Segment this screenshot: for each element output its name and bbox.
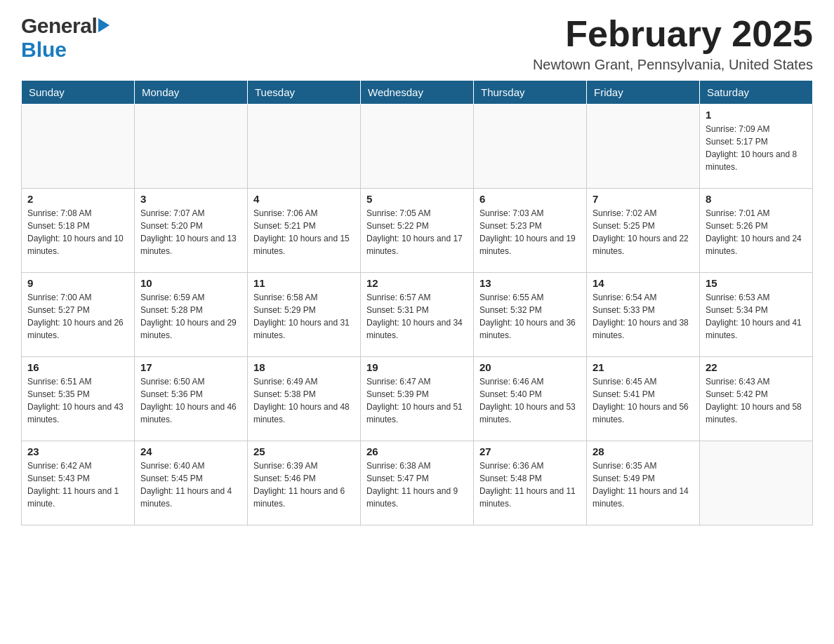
calendar-cell: 25Sunrise: 6:39 AMSunset: 5:46 PMDayligh… — [248, 441, 361, 525]
calendar-cell: 24Sunrise: 6:40 AMSunset: 5:45 PMDayligh… — [135, 441, 248, 525]
calendar-week-row: 16Sunrise: 6:51 AMSunset: 5:35 PMDayligh… — [22, 357, 813, 441]
day-number: 7 — [593, 193, 694, 205]
calendar-cell: 17Sunrise: 6:50 AMSunset: 5:36 PMDayligh… — [135, 357, 248, 441]
calendar-cell: 11Sunrise: 6:58 AMSunset: 5:29 PMDayligh… — [248, 273, 361, 357]
logo: General Blue — [21, 14, 110, 62]
day-info: Sunrise: 7:07 AMSunset: 5:20 PMDaylight:… — [140, 207, 241, 257]
day-info: Sunrise: 6:36 AMSunset: 5:48 PMDaylight:… — [479, 459, 581, 510]
day-number: 3 — [140, 193, 241, 205]
calendar-cell — [248, 105, 361, 189]
col-saturday: Saturday — [700, 81, 813, 105]
day-info: Sunrise: 6:46 AMSunset: 5:40 PMDaylight:… — [479, 375, 581, 426]
logo-blue-text: Blue — [21, 38, 67, 62]
col-thursday: Thursday — [474, 81, 587, 105]
day-info: Sunrise: 6:54 AMSunset: 5:33 PMDaylight:… — [593, 291, 694, 342]
day-info: Sunrise: 7:03 AMSunset: 5:23 PMDaylight:… — [479, 207, 581, 257]
calendar-cell: 28Sunrise: 6:35 AMSunset: 5:49 PMDayligh… — [587, 441, 700, 525]
calendar-cell — [587, 105, 700, 189]
day-number: 4 — [253, 193, 355, 205]
day-info: Sunrise: 6:45 AMSunset: 5:41 PMDaylight:… — [593, 375, 694, 426]
calendar-cell: 6Sunrise: 7:03 AMSunset: 5:23 PMDaylight… — [474, 189, 587, 273]
day-info: Sunrise: 6:51 AMSunset: 5:35 PMDaylight:… — [27, 375, 128, 426]
day-info: Sunrise: 6:50 AMSunset: 5:36 PMDaylight:… — [140, 375, 241, 426]
day-info: Sunrise: 6:55 AMSunset: 5:32 PMDaylight:… — [479, 291, 581, 342]
col-sunday: Sunday — [22, 81, 135, 105]
day-number: 13 — [479, 277, 581, 289]
day-info: Sunrise: 6:58 AMSunset: 5:29 PMDaylight:… — [253, 291, 355, 342]
calendar-body: 1Sunrise: 7:09 AMSunset: 5:17 PMDaylight… — [22, 105, 813, 525]
day-number: 11 — [253, 277, 355, 289]
calendar-cell: 2Sunrise: 7:08 AMSunset: 5:18 PMDaylight… — [22, 189, 135, 273]
calendar-cell: 22Sunrise: 6:43 AMSunset: 5:42 PMDayligh… — [700, 357, 813, 441]
calendar-table: Sunday Monday Tuesday Wednesday Thursday… — [21, 80, 813, 525]
day-info: Sunrise: 6:53 AMSunset: 5:34 PMDaylight:… — [706, 291, 807, 342]
logo-triangle-icon — [98, 18, 110, 32]
calendar-cell: 18Sunrise: 6:49 AMSunset: 5:38 PMDayligh… — [248, 357, 361, 441]
month-title: February 2025 — [533, 14, 813, 54]
calendar-week-row: 2Sunrise: 7:08 AMSunset: 5:18 PMDaylight… — [22, 189, 813, 273]
calendar-week-row: 1Sunrise: 7:09 AMSunset: 5:17 PMDaylight… — [22, 105, 813, 189]
calendar-cell — [700, 441, 813, 525]
col-monday: Monday — [135, 81, 248, 105]
day-info: Sunrise: 7:06 AMSunset: 5:21 PMDaylight:… — [253, 207, 355, 257]
day-number: 15 — [706, 277, 807, 289]
day-info: Sunrise: 7:02 AMSunset: 5:25 PMDaylight:… — [593, 207, 694, 257]
day-number: 18 — [253, 361, 355, 373]
calendar-cell: 4Sunrise: 7:06 AMSunset: 5:21 PMDaylight… — [248, 189, 361, 273]
page-header: General Blue February 2025 Newtown Grant… — [21, 14, 813, 73]
location-subtitle: Newtown Grant, Pennsylvania, United Stat… — [533, 57, 813, 73]
calendar-header: Sunday Monday Tuesday Wednesday Thursday… — [22, 81, 813, 105]
day-number: 22 — [706, 361, 807, 373]
day-number: 24 — [140, 445, 241, 457]
calendar-cell: 26Sunrise: 6:38 AMSunset: 5:47 PMDayligh… — [361, 441, 474, 525]
day-number: 10 — [140, 277, 241, 289]
calendar-cell: 5Sunrise: 7:05 AMSunset: 5:22 PMDaylight… — [361, 189, 474, 273]
day-number: 19 — [366, 361, 468, 373]
calendar-cell: 1Sunrise: 7:09 AMSunset: 5:17 PMDaylight… — [700, 105, 813, 189]
day-number: 28 — [593, 445, 694, 457]
day-number: 5 — [366, 193, 468, 205]
col-friday: Friday — [587, 81, 700, 105]
day-number: 17 — [140, 361, 241, 373]
day-number: 2 — [27, 193, 128, 205]
calendar-cell: 7Sunrise: 7:02 AMSunset: 5:25 PMDaylight… — [587, 189, 700, 273]
day-number: 16 — [27, 361, 128, 373]
col-tuesday: Tuesday — [248, 81, 361, 105]
day-info: Sunrise: 6:59 AMSunset: 5:28 PMDaylight:… — [140, 291, 241, 342]
day-number: 20 — [479, 361, 581, 373]
day-info: Sunrise: 6:38 AMSunset: 5:47 PMDaylight:… — [366, 459, 468, 510]
day-info: Sunrise: 6:57 AMSunset: 5:31 PMDaylight:… — [366, 291, 468, 342]
calendar-cell: 16Sunrise: 6:51 AMSunset: 5:35 PMDayligh… — [22, 357, 135, 441]
day-info: Sunrise: 6:40 AMSunset: 5:45 PMDaylight:… — [140, 459, 241, 510]
day-number: 26 — [366, 445, 468, 457]
logo-general-text: General — [21, 14, 97, 38]
calendar-week-row: 23Sunrise: 6:42 AMSunset: 5:43 PMDayligh… — [22, 441, 813, 525]
day-number: 21 — [593, 361, 694, 373]
day-number: 8 — [706, 193, 807, 205]
calendar-cell: 8Sunrise: 7:01 AMSunset: 5:26 PMDaylight… — [700, 189, 813, 273]
day-info: Sunrise: 6:35 AMSunset: 5:49 PMDaylight:… — [593, 459, 694, 510]
day-info: Sunrise: 6:39 AMSunset: 5:46 PMDaylight:… — [253, 459, 355, 510]
day-number: 6 — [479, 193, 581, 205]
calendar-cell — [361, 105, 474, 189]
day-info: Sunrise: 6:47 AMSunset: 5:39 PMDaylight:… — [366, 375, 468, 426]
calendar-cell: 15Sunrise: 6:53 AMSunset: 5:34 PMDayligh… — [700, 273, 813, 357]
day-info: Sunrise: 7:00 AMSunset: 5:27 PMDaylight:… — [27, 291, 128, 342]
calendar-cell: 12Sunrise: 6:57 AMSunset: 5:31 PMDayligh… — [361, 273, 474, 357]
calendar-cell: 13Sunrise: 6:55 AMSunset: 5:32 PMDayligh… — [474, 273, 587, 357]
day-number: 9 — [27, 277, 128, 289]
calendar-cell: 20Sunrise: 6:46 AMSunset: 5:40 PMDayligh… — [474, 357, 587, 441]
day-info: Sunrise: 6:42 AMSunset: 5:43 PMDaylight:… — [27, 459, 128, 510]
day-number: 1 — [706, 109, 807, 121]
day-info: Sunrise: 7:01 AMSunset: 5:26 PMDaylight:… — [706, 207, 807, 257]
calendar-cell: 10Sunrise: 6:59 AMSunset: 5:28 PMDayligh… — [135, 273, 248, 357]
day-number: 12 — [366, 277, 468, 289]
calendar-cell: 19Sunrise: 6:47 AMSunset: 5:39 PMDayligh… — [361, 357, 474, 441]
calendar-cell: 23Sunrise: 6:42 AMSunset: 5:43 PMDayligh… — [22, 441, 135, 525]
calendar-cell — [22, 105, 135, 189]
calendar-cell: 3Sunrise: 7:07 AMSunset: 5:20 PMDaylight… — [135, 189, 248, 273]
title-section: February 2025 Newtown Grant, Pennsylvani… — [533, 14, 813, 73]
day-number: 25 — [253, 445, 355, 457]
day-info: Sunrise: 7:05 AMSunset: 5:22 PMDaylight:… — [366, 207, 468, 257]
days-of-week-row: Sunday Monday Tuesday Wednesday Thursday… — [22, 81, 813, 105]
